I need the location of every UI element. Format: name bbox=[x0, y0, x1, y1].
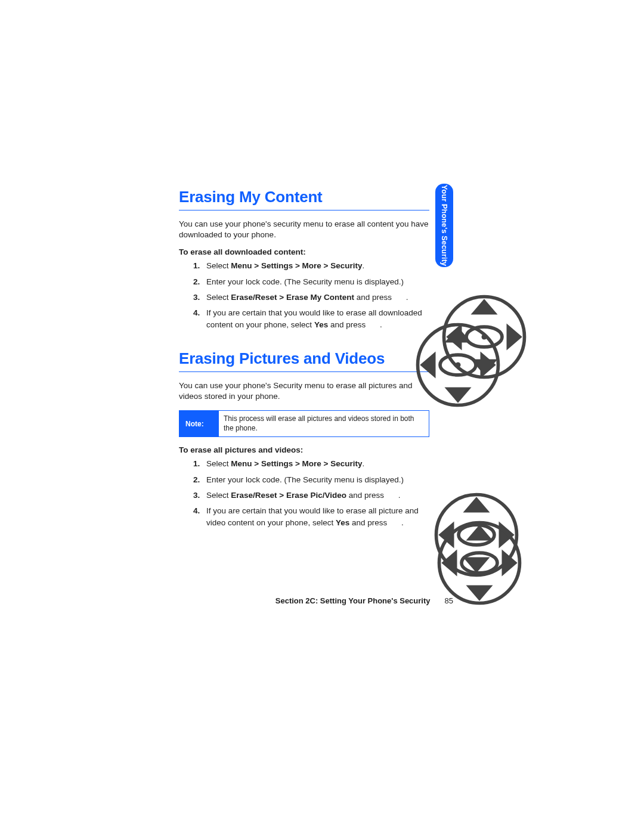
menu-ok-icon bbox=[369, 320, 379, 331]
step-4: 4. If you are certain that you would lik… bbox=[193, 307, 429, 332]
step-2: 2. Enter your lock code. (The Security m… bbox=[193, 276, 429, 288]
step-4: 4. If you are certain that you would lik… bbox=[193, 505, 429, 529]
note-text: This process will erase all pictures and… bbox=[219, 411, 429, 436]
menu-ok-icon bbox=[387, 490, 398, 501]
lead-text: To erase all pictures and videos: bbox=[179, 445, 429, 454]
intro-text: You can use your phone's security menu t… bbox=[179, 219, 429, 240]
note-label: Note: bbox=[179, 411, 219, 436]
menu-ok-icon bbox=[395, 292, 405, 303]
heading-erasing-my-content: Erasing My Content bbox=[179, 188, 429, 210]
note-box: Note: This process will erase all pictur… bbox=[179, 410, 429, 437]
side-tab-label: Your Phone's Security bbox=[440, 185, 448, 266]
footer-page-number: 85 bbox=[445, 596, 453, 605]
lead-text: To erase all downloaded content: bbox=[179, 247, 429, 256]
menu-ok-icon bbox=[390, 518, 401, 529]
side-tab: Your Phone's Security bbox=[435, 184, 453, 267]
steps-list: 1. Select Menu > Settings > More > Secur… bbox=[193, 260, 429, 331]
step-1: 1. Select Menu > Settings > More > Secur… bbox=[193, 458, 429, 470]
footer-title: Section 2C: Setting Your Phone's Securit… bbox=[275, 596, 431, 605]
step-3: 3. Select Erase/Reset > Erase My Content… bbox=[193, 292, 429, 304]
step-3: 3. Select Erase/Reset > Erase Pic/Video … bbox=[193, 490, 429, 501]
page-content: Erasing My Content You can use your phon… bbox=[179, 188, 429, 533]
steps-list: 1. Select Menu > Settings > More > Secur… bbox=[193, 458, 429, 529]
step-1: 1. Select Menu > Settings > More > Secur… bbox=[193, 260, 429, 272]
page-footer: Section 2C: Setting Your Phone's Securit… bbox=[0, 596, 453, 605]
step-2: 2. Enter your lock code. (The Security m… bbox=[193, 474, 429, 486]
